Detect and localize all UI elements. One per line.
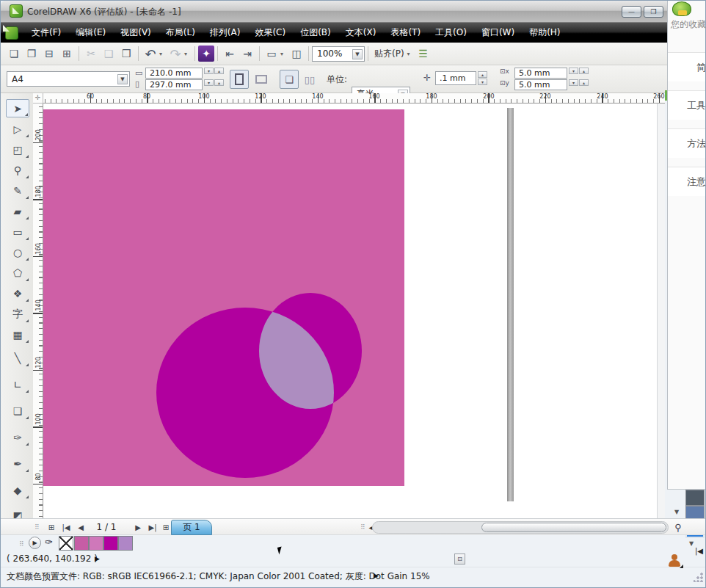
- chevron-down-icon[interactable]: ▼: [117, 74, 128, 84]
- palette-eyedropper-icon[interactable]: ✑: [45, 537, 53, 548]
- rectangle-tool[interactable]: ▭: [6, 222, 29, 241]
- menu-window[interactable]: 窗口(W): [476, 23, 520, 43]
- cut-icon[interactable]: ✂: [82, 45, 100, 62]
- nudge-distance-field[interactable]: .1 mm: [435, 71, 476, 85]
- search-content-icon[interactable]: ✦: [198, 46, 214, 62]
- menu-layout[interactable]: 布局(L): [161, 23, 200, 43]
- portrait-button[interactable]: [230, 70, 249, 89]
- parallel-dimension-tool[interactable]: ╲: [6, 349, 29, 367]
- zoom-level-combo[interactable]: 100% ▼: [312, 46, 365, 62]
- polygon-tool[interactable]: ⬠: [6, 264, 29, 282]
- horizontal-scrollbar-thumb[interactable]: [481, 523, 666, 532]
- menu-effects[interactable]: 效果(C): [250, 23, 291, 43]
- ellipse-tool[interactable]: ○: [6, 243, 29, 261]
- duplicate-x-field[interactable]: 5.0 mm: [514, 68, 567, 79]
- minimize-button[interactable]: —: [622, 6, 641, 18]
- drag-grip[interactable]: ⠿: [33, 520, 42, 534]
- save-icon[interactable]: ⊟: [40, 45, 58, 62]
- ruler-origin-icon[interactable]: ✛: [33, 93, 43, 104]
- palette-grip[interactable]: ⠿: [18, 537, 26, 551]
- current-page-button[interactable]: ▯▯: [300, 70, 319, 89]
- docker-item-tools[interactable]: 工具: [668, 90, 706, 120]
- application-launcher-dropdown-icon[interactable]: ▾: [280, 51, 288, 57]
- menu-file[interactable]: 文件(F): [26, 23, 66, 43]
- print-icon[interactable]: ⊞: [58, 45, 76, 62]
- coords-expand-icon[interactable]: ▶: [95, 555, 100, 562]
- docker-item-intro[interactable]: 简: [668, 52, 706, 81]
- horizontal-scrollbar[interactable]: [372, 521, 669, 534]
- outline-pen-tool[interactable]: ✒: [6, 454, 29, 473]
- freehand-tool[interactable]: ✎: [6, 181, 29, 200]
- object-info-icon[interactable]: ⊡: [454, 553, 465, 565]
- page-size-preset-combo[interactable]: A4 ▼: [7, 71, 130, 87]
- document-color-swatch[interactable]: [103, 536, 118, 551]
- open-icon[interactable]: ❐: [23, 45, 40, 62]
- new-document-icon[interactable]: ❏: [5, 45, 23, 62]
- no-color-swatch[interactable]: [59, 536, 73, 551]
- user-account-icon[interactable]: [667, 554, 682, 567]
- duplicate-y-field[interactable]: 5.0 mm: [514, 79, 567, 90]
- document-color-swatch[interactable]: [74, 536, 89, 551]
- palette-swatch[interactable]: [685, 490, 705, 506]
- text-tool[interactable]: 字: [6, 305, 29, 323]
- docker-item-methods[interactable]: 方法: [668, 128, 706, 158]
- connector-tool[interactable]: ∟: [6, 375, 29, 393]
- vertical-scrollbar[interactable]: [657, 104, 665, 518]
- window-resize-grip[interactable]: [694, 572, 704, 582]
- undo-dropdown-icon[interactable]: ▾: [159, 51, 167, 57]
- dup-x-spin-up[interactable]: ▴: [579, 68, 589, 74]
- zoom-fit-icon[interactable]: ⚲: [672, 520, 685, 534]
- first-page-button[interactable]: |◀: [59, 520, 73, 534]
- application-launcher-icon[interactable]: ▭: [263, 45, 280, 62]
- zoom-tool[interactable]: ⚲: [6, 161, 29, 179]
- paste-icon[interactable]: ❒: [117, 45, 135, 62]
- snap-to-button[interactable]: 贴齐(P): [371, 48, 407, 60]
- export-icon[interactable]: ⇥: [239, 45, 256, 62]
- corel-connect-icon[interactable]: ◫: [288, 45, 305, 62]
- page-height-field[interactable]: 297.0 mm: [145, 79, 203, 90]
- next-page-button[interactable]: ▶: [131, 520, 145, 534]
- palette-scroll-down-icon[interactable]: ▼: [674, 509, 679, 515]
- copy-icon[interactable]: ❑: [100, 45, 117, 62]
- docker-item-notes[interactable]: 注意: [668, 167, 706, 196]
- page-width-field[interactable]: 210.0 mm: [145, 68, 203, 79]
- last-page-button[interactable]: ▶|: [146, 520, 159, 534]
- redo-icon[interactable]: ↷: [167, 45, 184, 62]
- menu-view[interactable]: 视图(V): [115, 23, 156, 43]
- fill-tool[interactable]: ◆: [6, 481, 29, 499]
- options-icon[interactable]: ☰: [415, 45, 432, 62]
- menu-table[interactable]: 表格(T): [385, 23, 426, 43]
- all-pages-button[interactable]: ❏: [280, 70, 299, 89]
- shape-tool[interactable]: ▷: [6, 120, 29, 138]
- maximize-button[interactable]: ❐: [644, 6, 663, 18]
- document-color-swatch[interactable]: [118, 536, 133, 551]
- smart-fill-tool[interactable]: ▰: [6, 202, 29, 220]
- page-height-spin-up[interactable]: ▴: [214, 79, 224, 86]
- menu-bitmaps[interactable]: 位图(B): [295, 23, 336, 43]
- color-eyedropper-tool[interactable]: ✑: [6, 428, 29, 446]
- dup-y-spin-up[interactable]: ▴: [579, 79, 589, 86]
- table-tool[interactable]: ▦: [6, 325, 29, 344]
- page-1-tab[interactable]: 页 1: [171, 520, 212, 535]
- undo-icon[interactable]: ↶: [142, 45, 159, 62]
- nudge-spin-down[interactable]: ▾: [478, 79, 487, 85]
- menu-text[interactable]: 文本(X): [341, 23, 382, 43]
- basic-shapes-tool[interactable]: ❖: [6, 284, 29, 302]
- nudge-spin-up[interactable]: ▴: [478, 71, 487, 78]
- menu-arrange[interactable]: 排列(A): [205, 23, 246, 43]
- snap-to-dropdown-icon[interactable]: ▾: [407, 51, 415, 57]
- dup-x-spin-down[interactable]: ▾: [569, 68, 578, 74]
- menu-edit[interactable]: 编辑(E): [70, 23, 111, 43]
- chevron-down-icon[interactable]: ▼: [352, 49, 363, 59]
- redo-dropdown-icon[interactable]: ▾: [184, 51, 192, 57]
- page-height-spin-down[interactable]: ▾: [204, 79, 214, 86]
- add-page-front-button[interactable]: ⊞: [45, 520, 58, 534]
- landscape-button[interactable]: [252, 70, 271, 89]
- dup-y-spin-down[interactable]: ▾: [569, 79, 578, 86]
- vertical-ruler[interactable]: 200 180 160 140 120 100 80: [33, 104, 43, 518]
- menu-help[interactable]: 帮助(H): [524, 23, 565, 43]
- drawing-canvas[interactable]: [43, 104, 665, 518]
- menu-tools[interactable]: 工具(O): [430, 23, 472, 43]
- pick-tool[interactable]: ➤: [6, 99, 29, 117]
- page-width-spin-down[interactable]: ▾: [204, 68, 214, 74]
